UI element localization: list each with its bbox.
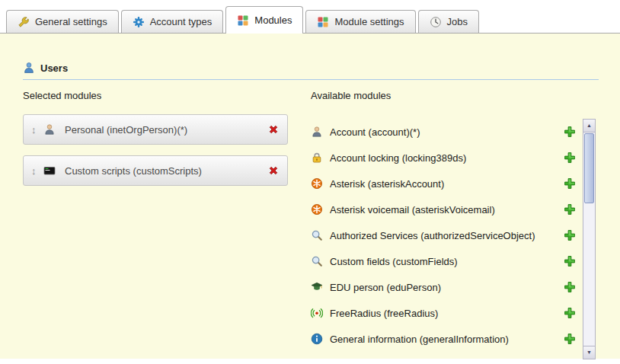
- antenna-icon: [311, 307, 323, 319]
- selected-module-row[interactable]: ↕ Personal (inetOrgPerson)(*): [23, 114, 288, 145]
- add-icon: [564, 281, 576, 293]
- available-modules-heading: Available modules: [311, 90, 391, 101]
- tab-account-types[interactable]: Account types: [121, 10, 224, 33]
- module-settings-blocks-icon: [317, 16, 329, 28]
- drag-handle-icon[interactable]: ↕: [31, 165, 43, 177]
- add-icon: [564, 229, 576, 241]
- add-module-button[interactable]: [564, 333, 576, 345]
- available-module-row: Custom fields (customFields): [311, 248, 576, 274]
- add-module-button[interactable]: [564, 281, 576, 293]
- available-module-row: FreeRadius (freeRadius): [311, 300, 576, 326]
- scroll-down-button[interactable]: ▼: [583, 346, 595, 359]
- add-icon: [564, 152, 576, 164]
- gear-icon: [133, 16, 145, 28]
- tab-jobs[interactable]: Jobs: [418, 10, 479, 33]
- magnifier-icon: [311, 229, 323, 241]
- add-module-button[interactable]: [564, 307, 576, 319]
- wrench-icon: [18, 16, 30, 28]
- person-icon: [43, 123, 56, 136]
- add-module-button[interactable]: [564, 126, 576, 138]
- add-icon: [564, 177, 576, 190]
- tab-modules[interactable]: Modules: [225, 6, 303, 34]
- scroll-up-button[interactable]: ▲: [583, 120, 595, 133]
- delete-icon: [267, 123, 280, 136]
- users-icon: [23, 62, 35, 74]
- content-area: Users Selected modules Available modules…: [0, 33, 620, 359]
- add-module-button[interactable]: [564, 255, 576, 267]
- asterisk-icon: [311, 177, 323, 190]
- tab-general-settings[interactable]: General settings: [6, 10, 119, 33]
- add-icon: [564, 126, 576, 138]
- available-module-row: General information (generalInformation): [311, 326, 576, 352]
- person-icon: [311, 126, 323, 138]
- add-icon: [564, 333, 576, 345]
- terminal-icon: [43, 164, 56, 177]
- selected-modules-list: ↕ Personal (inetOrgPerson)(*) ↕ Custom s…: [23, 114, 288, 196]
- asterisk-icon: [311, 203, 323, 216]
- add-icon: [564, 203, 576, 216]
- tab-bar: General settings Account types Modules M…: [6, 0, 479, 34]
- info-icon: [311, 333, 323, 345]
- scroll-thumb[interactable]: [584, 133, 594, 203]
- selected-module-row[interactable]: ↕ Custom scripts (customScripts): [23, 155, 288, 186]
- add-icon: [564, 255, 576, 267]
- add-icon: [564, 307, 576, 319]
- available-module-row: Asterisk voicemail (asteriskVoicemail): [311, 196, 576, 222]
- magnifier-icon: [311, 255, 323, 267]
- available-modules-list: Account (account)(*) Account locking (lo…: [311, 119, 576, 352]
- available-module-row: EDU person (eduPerson): [311, 274, 576, 300]
- section-title: Users: [40, 62, 68, 74]
- drag-handle-icon[interactable]: ↕: [31, 124, 43, 136]
- graduation-cap-icon: [311, 281, 323, 293]
- available-module-row: Account (account)(*): [311, 119, 576, 145]
- available-module-row: Asterisk (asteriskAccount): [311, 171, 576, 196]
- add-module-button[interactable]: [564, 177, 576, 190]
- remove-module-button[interactable]: [267, 164, 280, 177]
- lock-icon: [311, 152, 323, 164]
- add-module-button[interactable]: [564, 152, 576, 164]
- remove-module-button[interactable]: [267, 123, 280, 136]
- add-module-button[interactable]: [564, 229, 576, 241]
- available-module-row: Account locking (locking389ds): [311, 145, 576, 171]
- available-module-row: Authorized Services (authorizedServiceOb…: [311, 222, 576, 248]
- delete-icon: [267, 164, 280, 177]
- modules-config-page: General settings Account types Modules M…: [0, 0, 620, 364]
- tab-module-settings[interactable]: Module settings: [305, 10, 415, 33]
- selected-modules-heading: Selected modules: [23, 90, 101, 101]
- modules-blocks-icon: [237, 14, 249, 27]
- section-header: Users: [23, 62, 599, 80]
- add-module-button[interactable]: [564, 203, 576, 216]
- clock-icon: [430, 16, 442, 28]
- scrollbar[interactable]: ▲ ▼: [583, 119, 596, 359]
